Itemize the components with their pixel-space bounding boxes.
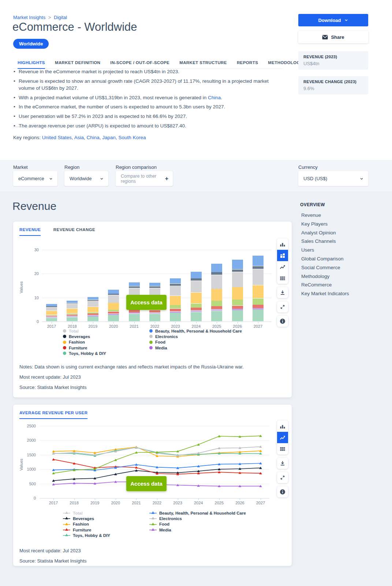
legend-item[interactable]: Furniture [63, 527, 91, 533]
legend-item[interactable]: Media [149, 527, 171, 533]
bar-segment[interactable] [211, 275, 222, 289]
line-chart-icon[interactable] [277, 261, 288, 272]
bar-segment[interactable] [170, 305, 181, 308]
bar-chart-icon[interactable] [277, 420, 288, 432]
bar-segment[interactable] [108, 315, 119, 321]
key-region-link-japan[interactable]: Japan [102, 135, 116, 140]
bar-segment[interactable] [232, 306, 243, 309]
bar-segment[interactable] [46, 311, 57, 315]
download-button[interactable]: Download [298, 14, 368, 26]
bar-segment[interactable] [253, 305, 264, 308]
legend-item[interactable]: Furniture [63, 345, 87, 351]
region-select[interactable]: Worldwide [64, 171, 108, 186]
bar-segment[interactable] [253, 285, 264, 298]
legend-item[interactable]: Toys, Hobby & DIY [63, 351, 106, 356]
legend-item[interactable]: Electronics [149, 334, 178, 339]
overview-nav-item-key-market-indicators[interactable]: Key Market Indicators [300, 289, 370, 298]
legend-item[interactable]: Beverages [63, 334, 90, 339]
bar-segment[interactable] [170, 309, 181, 311]
breadcrumb-link-market-insights[interactable]: Market Insights [13, 15, 45, 20]
bar-segment[interactable] [211, 309, 222, 311]
bar-segment[interactable] [108, 314, 119, 315]
bar-chart-icon[interactable] [277, 238, 288, 250]
share-button[interactable]: Share [298, 31, 368, 43]
region-comparison-button[interactable]: Compare to other regions + [116, 171, 173, 186]
bar-segment[interactable] [170, 278, 181, 283]
bar-segment[interactable] [87, 297, 98, 300]
legend-item[interactable]: Fashion [63, 522, 89, 527]
bar-segment[interactable] [46, 318, 57, 322]
legend-item[interactable]: Total [63, 328, 79, 334]
fullscreen-icon[interactable] [277, 301, 288, 312]
access-data-button[interactable]: Access data [126, 295, 167, 310]
bar-segment[interactable] [191, 308, 202, 310]
market-select[interactable]: eCommerce [13, 171, 57, 186]
bar-segment[interactable] [211, 311, 222, 322]
legend-item[interactable]: Total [63, 510, 83, 516]
bar-segment[interactable] [232, 260, 243, 269]
highlight-link[interactable]: China [208, 95, 221, 100]
tab-revenue[interactable]: REVENUE [19, 227, 41, 236]
legend-item[interactable]: Beverages [63, 516, 94, 521]
bar-segment[interactable] [108, 310, 119, 311]
bar-segment[interactable] [170, 313, 181, 321]
bar-segment[interactable] [253, 308, 264, 309]
legend-item[interactable]: Toys, Hobby & DIY [63, 533, 110, 538]
key-region-link-united-states[interactable]: United States [42, 135, 72, 140]
overview-nav-item-methodology[interactable]: Methodology [300, 272, 370, 281]
table-icon[interactable] [277, 443, 288, 455]
line-chart-icon[interactable] [277, 432, 288, 443]
tab-reports[interactable]: REPORTS [237, 60, 258, 68]
bar-segment[interactable] [46, 315, 57, 315]
bar-segment[interactable] [67, 303, 78, 304]
bar-segment[interactable] [87, 307, 98, 312]
bar-segment[interactable] [149, 286, 160, 288]
legend-item[interactable]: Electronics [149, 516, 182, 521]
bar-segment[interactable] [191, 281, 202, 292]
bar-segment[interactable] [170, 296, 181, 305]
download-icon[interactable] [277, 287, 288, 298]
access-data-button[interactable]: Access data [126, 476, 167, 491]
bar-segment[interactable] [149, 313, 160, 314]
info-icon[interactable] [277, 486, 288, 497]
bar-segment[interactable] [191, 311, 202, 312]
bar-segment[interactable] [46, 307, 57, 311]
tab-market-structure[interactable]: MARKET STRUCTURE [179, 60, 227, 68]
bar-segment[interactable] [67, 315, 78, 316]
bar-segment[interactable] [232, 272, 243, 287]
bar-segment[interactable] [149, 314, 160, 321]
key-region-link-china[interactable]: China [86, 135, 99, 140]
tab-highlights[interactable]: HIGHLIGHTS [18, 60, 45, 69]
bar-segment[interactable] [211, 272, 222, 275]
bar-segment[interactable] [108, 294, 119, 295]
bar-segment[interactable] [170, 284, 181, 286]
bar-segment[interactable] [67, 304, 78, 308]
download-icon[interactable] [277, 458, 288, 469]
legend-item[interactable]: Media [149, 345, 167, 351]
bar-segment[interactable] [149, 283, 160, 286]
tab-revenue-change[interactable]: REVENUE CHANGE [53, 227, 95, 235]
bar-segment[interactable] [87, 315, 98, 316]
tab-in-scope-out-of-scope[interactable]: IN-SCOPE / OUT-OF-SCOPE [110, 60, 169, 68]
overview-nav-item-users[interactable]: Users [300, 246, 370, 255]
key-region-link-south-korea[interactable]: South Korea [119, 135, 146, 140]
bar-segment[interactable] [232, 287, 243, 299]
info-icon[interactable] [277, 316, 288, 327]
stacked-chart-icon[interactable] [277, 250, 288, 261]
bar-segment[interactable] [170, 312, 181, 313]
bar-segment[interactable] [108, 290, 119, 293]
table-icon[interactable] [277, 272, 288, 284]
bar-segment[interactable] [46, 304, 57, 306]
bar-segment[interactable] [87, 316, 98, 321]
bar-segment[interactable] [87, 300, 98, 301]
bar-segment[interactable] [129, 314, 140, 321]
bar-segment[interactable] [87, 314, 98, 315]
legend-item[interactable]: Beauty, Health, Personal & Household Car… [149, 328, 242, 334]
bar-segment[interactable] [253, 309, 264, 321]
bar-segment[interactable] [191, 304, 202, 308]
bar-segment[interactable] [253, 266, 264, 269]
bar-segment[interactable] [46, 316, 57, 317]
bar-segment[interactable] [108, 295, 119, 303]
bar-segment[interactable] [67, 309, 78, 313]
bar-segment[interactable] [211, 301, 222, 306]
